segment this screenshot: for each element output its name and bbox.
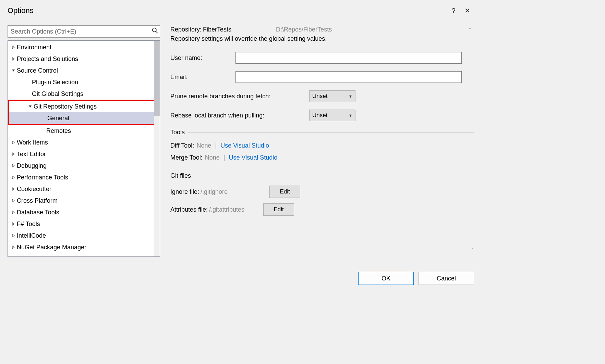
expand-icon[interactable] — [10, 234, 17, 237]
chevron-up-icon[interactable]: ⌃ — [468, 27, 472, 33]
ignore-file: /.gitignore — [201, 188, 228, 196]
tree-label: NuGet Package Manager — [17, 244, 86, 250]
prune-label: Prune remote branches during fetch: — [170, 93, 309, 100]
section-tools: Tools — [170, 129, 474, 136]
attributes-label: Attributes file: — [170, 206, 208, 213]
tree-item-source-control[interactable]: Source Control — [8, 65, 160, 76]
attributes-file: /.gitattributes — [209, 206, 244, 213]
email-label: Email: — [170, 74, 235, 81]
tree-item-work-items[interactable]: Work Items — [8, 137, 160, 148]
close-icon[interactable]: ✕ — [460, 7, 474, 15]
edit-ignore-button[interactable]: Edit — [269, 186, 300, 198]
help-icon[interactable]: ? — [447, 7, 460, 15]
search-input[interactable] — [8, 25, 160, 38]
username-label: User name: — [170, 54, 235, 62]
collapse-icon[interactable] — [27, 105, 34, 108]
ignore-label: Ignore file: — [170, 188, 199, 196]
section-label: Tools — [170, 129, 185, 136]
divider — [194, 176, 474, 176]
dialog-body: Environment Projects and Solutions Sourc… — [8, 25, 474, 257]
svg-point-0 — [153, 28, 156, 32]
tree-item-git-global[interactable]: Git Global Settings — [8, 88, 160, 100]
nav-tree[interactable]: Environment Projects and Solutions Sourc… — [8, 40, 160, 257]
tree-scrollbar[interactable] — [154, 41, 160, 256]
diff-tool-label: Diff Tool: — [170, 142, 194, 149]
expand-icon[interactable] — [10, 141, 17, 144]
titlebar: Options ? ✕ — [8, 6, 474, 15]
expand-icon[interactable] — [10, 176, 17, 179]
expand-icon[interactable] — [10, 152, 17, 156]
rebase-select[interactable]: Unset ▼ — [309, 110, 355, 121]
tree-item-performance-tools[interactable]: Performance Tools — [8, 172, 160, 183]
expand-icon[interactable] — [10, 211, 17, 214]
tree-label: Text Editor — [17, 151, 46, 157]
expand-icon[interactable] — [10, 199, 17, 202]
tree-item-general[interactable]: General — [9, 112, 157, 124]
tree-item-remotes[interactable]: Remotes — [8, 125, 160, 137]
merge-tool-label: Merge Tool: — [170, 154, 203, 161]
separator: | — [215, 142, 217, 149]
settings-pane: Repository: FiberTests D:\Repos\FiberTes… — [170, 25, 474, 257]
search-icon[interactable] — [152, 27, 158, 35]
select-value: Unset — [312, 112, 327, 119]
prune-select[interactable]: Unset ▼ — [309, 90, 355, 102]
tree-item-text-editor[interactable]: Text Editor — [8, 148, 160, 160]
scrollbar-thumb[interactable] — [154, 41, 160, 116]
tree-item-plugin-selection[interactable]: Plug-in Selection — [8, 76, 160, 88]
repo-name: FiberTests — [203, 26, 231, 33]
tree-item-projects[interactable]: Projects and Solutions — [8, 53, 160, 65]
tree-label: Source Control — [17, 67, 58, 74]
expand-icon[interactable] — [10, 57, 17, 61]
ok-button[interactable]: OK — [358, 272, 414, 285]
tree-label: Work Items — [17, 139, 48, 146]
merge-use-vs-link[interactable]: Use Visual Studio — [229, 154, 277, 161]
select-value: Unset — [312, 93, 327, 100]
diff-use-vs-link[interactable]: Use Visual Studio — [220, 142, 269, 149]
search-wrapper — [8, 25, 160, 38]
tree-item-database-tools[interactable]: Database Tools — [8, 206, 160, 218]
cancel-button[interactable]: Cancel — [419, 272, 474, 285]
attributes-file-row: Attributes file: /.gitattributes Edit — [170, 203, 474, 216]
repo-header: Repository: FiberTests D:\Repos\FiberTes… — [170, 26, 474, 33]
dialog-footer: OK Cancel — [358, 272, 474, 285]
expand-icon[interactable] — [10, 46, 17, 49]
row-email: Email: — [170, 71, 474, 83]
diff-tool-line: Diff Tool: None | Use Visual Studio — [170, 142, 474, 149]
merge-tool-line: Merge Tool: None | Use Visual Studio — [170, 154, 474, 161]
edit-attributes-button[interactable]: Edit — [263, 203, 294, 216]
tree-label: Git Repository Settings — [34, 103, 97, 110]
tree-item-cookiecutter[interactable]: Cookiecutter — [8, 183, 160, 195]
dialog-title: Options — [8, 6, 447, 15]
tree-item-cross-platform[interactable]: Cross Platform — [8, 195, 160, 206]
chevron-down-icon: ▼ — [349, 94, 352, 98]
tree-label: Git Global Settings — [32, 91, 83, 97]
svg-line-1 — [156, 32, 158, 33]
row-rebase: Rebase local branch when pulling: Unset … — [170, 110, 474, 121]
tree-label: F# Tools — [17, 221, 40, 227]
tree-label: General — [47, 115, 69, 121]
tree-item-nuget[interactable]: NuGet Package Manager — [8, 241, 160, 253]
tree-item-intellicode[interactable]: IntelliCode — [8, 230, 160, 241]
chevron-down-icon[interactable]: ⌄ — [471, 244, 475, 250]
tree-label: Projects and Solutions — [17, 56, 78, 62]
tree-label: Performance Tools — [17, 174, 68, 180]
repo-desc: Repository settings will override the gl… — [170, 35, 474, 42]
tree-label: Database Tools — [17, 209, 59, 215]
expand-icon[interactable] — [10, 246, 17, 249]
repo-label: Repository: — [170, 26, 202, 33]
ignore-file-row: Ignore file: /.gitignore Edit — [170, 186, 474, 198]
expand-icon[interactable] — [10, 222, 17, 226]
email-input[interactable] — [235, 71, 462, 83]
tree-item-debugging[interactable]: Debugging — [8, 160, 160, 172]
section-label: Git files — [170, 172, 191, 179]
tree-label: Remotes — [46, 128, 71, 134]
tree-item-git-repo-settings[interactable]: Git Repository Settings — [9, 101, 157, 112]
tree-item-fsharp-tools[interactable]: F# Tools — [8, 218, 160, 230]
username-input[interactable] — [235, 52, 462, 64]
collapse-icon[interactable] — [10, 69, 17, 72]
tree-item-environment[interactable]: Environment — [8, 41, 160, 53]
expand-icon[interactable] — [10, 164, 17, 167]
expand-icon[interactable] — [10, 187, 17, 191]
repo-path: D:\Repos\FiberTests — [276, 26, 332, 33]
left-pane: Environment Projects and Solutions Sourc… — [8, 25, 160, 257]
